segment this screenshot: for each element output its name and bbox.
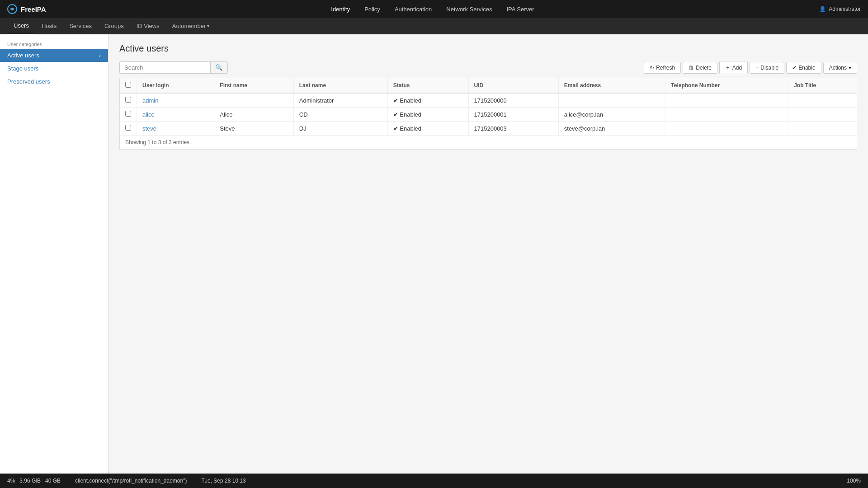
cell-first-name: Alice: [214, 108, 293, 122]
table-entry-count: Showing 1 to 3 of 3 entries.: [125, 139, 191, 145]
cell-email: alice@corp.lan: [558, 108, 665, 122]
subnav-services[interactable]: Services: [63, 18, 98, 34]
cell-uid: 1715200000: [468, 93, 558, 108]
col-uid: UID: [468, 78, 558, 94]
freipa-logo-icon: [7, 4, 17, 14]
table-header: User login First name Last name Status U…: [120, 78, 857, 94]
disable-button[interactable]: − Disable: [750, 62, 784, 74]
cell-last-name: CD: [293, 108, 387, 122]
cell-telephone: [665, 122, 788, 136]
delete-icon: 🗑: [689, 65, 694, 71]
cell-job-title: [788, 93, 857, 108]
subnav-hosts[interactable]: Hosts: [35, 18, 63, 34]
table-row: alice Alice CD Enabled 1715200001 alice@…: [120, 108, 857, 122]
chevron-right-icon: ›: [99, 52, 101, 59]
search-input[interactable]: [120, 62, 210, 73]
users-table: User login First name Last name Status U…: [119, 78, 857, 136]
refresh-icon: ↻: [650, 65, 654, 71]
col-job-title: Job Title: [788, 78, 857, 94]
select-all-checkbox[interactable]: [125, 82, 131, 88]
sidebar: User categories Active users › Stage use…: [0, 34, 108, 474]
search-button[interactable]: 🔍: [210, 62, 227, 73]
cell-email: steve@corp.lan: [558, 122, 665, 136]
cell-job-title: [788, 122, 857, 136]
delete-button[interactable]: 🗑 Delete: [683, 62, 717, 74]
actions-button[interactable]: Actions ▾: [823, 62, 857, 74]
sidebar-stage-users-label: Stage users: [7, 65, 38, 72]
add-button[interactable]: ＋ Add: [719, 61, 748, 74]
table-row: admin Administrator Enabled 1715200000: [120, 93, 857, 108]
nav-identity[interactable]: Identity: [325, 2, 356, 16]
sidebar-category-label: User categories: [0, 38, 108, 49]
subnav-groups[interactable]: Groups: [98, 18, 130, 34]
enable-button[interactable]: ✔ Enable: [786, 62, 821, 74]
col-telephone: Telephone Number: [665, 78, 788, 94]
cell-login: admin: [137, 93, 214, 108]
col-first-name: First name: [214, 78, 293, 94]
brand: FreeIPA: [7, 4, 46, 14]
topbar: FreeIPA Identity Policy Authentication N…: [0, 0, 868, 18]
brand-name: FreeIPA: [21, 5, 46, 13]
subnav-automember[interactable]: Automember ▾: [166, 18, 216, 34]
row-checkbox-cell: [120, 122, 137, 136]
cell-telephone: [665, 108, 788, 122]
cell-telephone: [665, 93, 788, 108]
cell-login: steve: [137, 122, 214, 136]
subnav-users[interactable]: Users: [7, 18, 35, 35]
row-checkbox-cell: [120, 93, 137, 108]
refresh-button[interactable]: ↻ Refresh: [644, 62, 681, 74]
toolbar: 🔍 ↻ Refresh 🗑 Delete ＋ Add − Dis: [119, 61, 857, 74]
row-checkbox[interactable]: [125, 97, 131, 103]
row-checkbox[interactable]: [125, 125, 131, 131]
cell-uid: 1715200001: [468, 108, 558, 122]
cell-login: alice: [137, 108, 214, 122]
select-all-col: [120, 78, 137, 94]
sidebar-item-preserved-users[interactable]: Preserved users: [0, 75, 108, 88]
cell-status: Enabled: [387, 93, 468, 108]
search-box: 🔍: [119, 61, 228, 74]
col-email: Email address: [558, 78, 665, 94]
main-nav: Identity Policy Authentication Network S…: [325, 2, 540, 16]
chevron-down-icon: ▾: [849, 65, 851, 71]
nav-network-services[interactable]: Network Services: [440, 2, 498, 16]
sidebar-item-stage-users[interactable]: Stage users: [0, 62, 108, 75]
cell-last-name: DJ: [293, 122, 387, 136]
sidebar-active-users-label: Active users: [7, 52, 39, 59]
subnav-id-views[interactable]: ID Views: [130, 18, 166, 34]
sidebar-preserved-users-label: Preserved users: [7, 78, 50, 85]
nav-ipa-server[interactable]: IPA Server: [500, 2, 540, 16]
toolbar-left: 🔍: [119, 61, 228, 74]
subnav: Users Hosts Services Groups ID Views Aut…: [0, 18, 868, 34]
check-icon: ✔: [792, 65, 797, 71]
user-icon: 👤: [819, 6, 826, 12]
cell-job-title: [788, 108, 857, 122]
user-label: Administrator: [829, 6, 861, 12]
nav-authentication[interactable]: Authentication: [388, 2, 438, 16]
cell-uid: 1715200003: [468, 122, 558, 136]
user-login-link[interactable]: alice: [142, 111, 155, 118]
cell-status: Enabled: [387, 108, 468, 122]
page-title: Active users: [119, 43, 857, 54]
topbar-user: 👤 Administrator: [819, 6, 861, 12]
table-footer: Showing 1 to 3 of 3 entries.: [119, 136, 857, 150]
chevron-down-icon: ▾: [207, 18, 209, 34]
add-icon: ＋: [725, 64, 731, 71]
row-checkbox-cell: [120, 108, 137, 122]
cell-first-name: Steve: [214, 122, 293, 136]
user-login-link[interactable]: admin: [142, 97, 158, 104]
nav-policy[interactable]: Policy: [358, 2, 387, 16]
cell-email: [558, 93, 665, 108]
col-user-login: User login: [137, 78, 214, 94]
main-content: Active users 🔍 ↻ Refresh 🗑 Delete: [108, 34, 868, 474]
table-row: steve Steve DJ Enabled 1715200003 steve@…: [120, 122, 857, 136]
col-status: Status: [387, 78, 468, 94]
user-login-link[interactable]: steve: [142, 125, 156, 132]
row-checkbox[interactable]: [125, 111, 131, 117]
table-body: admin Administrator Enabled 1715200000 a…: [120, 93, 857, 136]
toolbar-right: ↻ Refresh 🗑 Delete ＋ Add − Disable ✔: [644, 61, 857, 74]
minus-icon: −: [755, 65, 759, 71]
col-last-name: Last name: [293, 78, 387, 94]
sidebar-item-active-users[interactable]: Active users ›: [0, 49, 108, 62]
layout: User categories Active users › Stage use…: [0, 34, 868, 474]
cell-first-name: [214, 93, 293, 108]
